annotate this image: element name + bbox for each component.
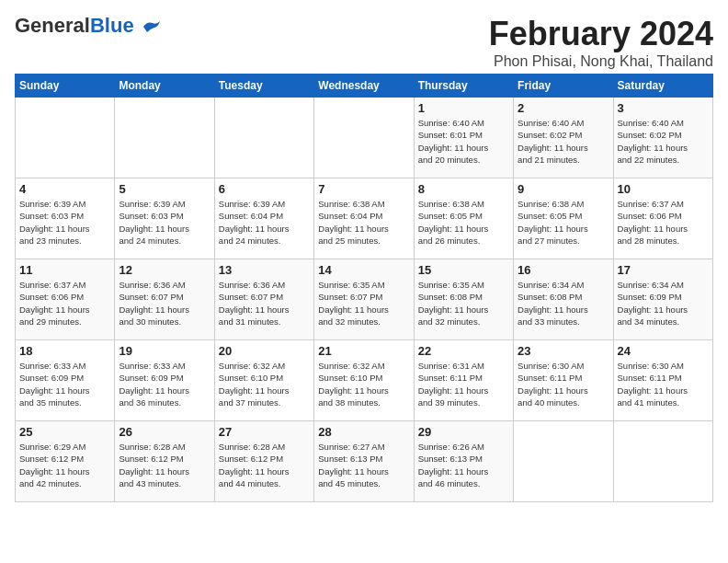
day-info: Sunrise: 6:40 AM Sunset: 6:01 PM Dayligh… [418, 117, 509, 166]
day-number: 11 [19, 263, 110, 277]
calendar-week-row: 4Sunrise: 6:39 AM Sunset: 6:03 PM Daylig… [16, 178, 713, 259]
calendar-cell: 24Sunrise: 6:30 AM Sunset: 6:11 PM Dayli… [613, 340, 712, 421]
day-number: 2 [518, 101, 609, 115]
calendar-cell: 28Sunrise: 6:27 AM Sunset: 6:13 PM Dayli… [314, 421, 414, 502]
day-info: Sunrise: 6:33 AM Sunset: 6:09 PM Dayligh… [19, 360, 110, 408]
day-number: 15 [418, 263, 509, 277]
day-info: Sunrise: 6:32 AM Sunset: 6:10 PM Dayligh… [219, 360, 310, 408]
calendar-cell: 14Sunrise: 6:35 AM Sunset: 6:07 PM Dayli… [314, 259, 414, 340]
day-info: Sunrise: 6:40 AM Sunset: 6:02 PM Dayligh… [618, 117, 709, 166]
day-number: 23 [518, 344, 609, 358]
day-number: 20 [219, 344, 310, 358]
calendar-week-row: 25Sunrise: 6:29 AM Sunset: 6:12 PM Dayli… [16, 421, 713, 502]
calendar-cell: 9Sunrise: 6:38 AM Sunset: 6:05 PM Daylig… [514, 178, 613, 259]
calendar-cell [115, 98, 214, 178]
logo-general: General [15, 14, 90, 37]
day-header-friday: Friday [514, 75, 613, 98]
calendar-cell [214, 98, 313, 178]
day-info: Sunrise: 6:29 AM Sunset: 6:12 PM Dayligh… [19, 441, 110, 489]
page-header: GeneralBlue February 2024 Phon Phisai, N… [15, 15, 713, 70]
day-number: 27 [219, 425, 310, 439]
day-number: 29 [418, 425, 509, 439]
day-info: Sunrise: 6:33 AM Sunset: 6:09 PM Dayligh… [119, 360, 210, 408]
day-number: 10 [618, 182, 709, 196]
calendar-cell: 18Sunrise: 6:33 AM Sunset: 6:09 PM Dayli… [16, 340, 115, 421]
day-info: Sunrise: 6:32 AM Sunset: 6:10 PM Dayligh… [318, 360, 409, 408]
month-title: February 2024 [489, 15, 713, 53]
day-info: Sunrise: 6:36 AM Sunset: 6:07 PM Dayligh… [119, 279, 210, 327]
day-info: Sunrise: 6:34 AM Sunset: 6:08 PM Dayligh… [518, 279, 609, 327]
calendar-cell: 2Sunrise: 6:40 AM Sunset: 6:02 PM Daylig… [514, 98, 613, 178]
day-number: 9 [518, 182, 609, 196]
location-title: Phon Phisai, Nong Khai, Thailand [489, 53, 713, 70]
day-info: Sunrise: 6:38 AM Sunset: 6:04 PM Dayligh… [318, 198, 409, 247]
calendar-cell: 1Sunrise: 6:40 AM Sunset: 6:01 PM Daylig… [414, 98, 513, 178]
calendar-cell: 27Sunrise: 6:28 AM Sunset: 6:12 PM Dayli… [214, 421, 313, 502]
day-header-sunday: Sunday [16, 75, 115, 98]
calendar-week-row: 1Sunrise: 6:40 AM Sunset: 6:01 PM Daylig… [16, 98, 713, 178]
logo: GeneralBlue [15, 15, 162, 37]
calendar-cell: 26Sunrise: 6:28 AM Sunset: 6:12 PM Dayli… [115, 421, 214, 502]
day-number: 22 [418, 344, 509, 358]
day-number: 13 [219, 263, 310, 277]
day-number: 21 [318, 344, 409, 358]
day-info: Sunrise: 6:38 AM Sunset: 6:05 PM Dayligh… [418, 198, 509, 247]
calendar-week-row: 11Sunrise: 6:37 AM Sunset: 6:06 PM Dayli… [16, 259, 713, 340]
day-number: 14 [318, 263, 409, 277]
day-info: Sunrise: 6:39 AM Sunset: 6:03 PM Dayligh… [19, 198, 110, 247]
day-number: 1 [418, 101, 509, 115]
calendar-cell: 16Sunrise: 6:34 AM Sunset: 6:08 PM Dayli… [514, 259, 613, 340]
day-number: 5 [119, 182, 210, 196]
calendar-cell: 21Sunrise: 6:32 AM Sunset: 6:10 PM Dayli… [314, 340, 414, 421]
day-info: Sunrise: 6:38 AM Sunset: 6:05 PM Dayligh… [518, 198, 609, 247]
day-info: Sunrise: 6:40 AM Sunset: 6:02 PM Dayligh… [518, 117, 609, 166]
day-number: 7 [318, 182, 409, 196]
logo-blue-text: Blue [90, 14, 134, 37]
day-header-wednesday: Wednesday [314, 75, 414, 98]
calendar-cell [613, 421, 712, 502]
calendar-cell [314, 98, 414, 178]
calendar-cell: 11Sunrise: 6:37 AM Sunset: 6:06 PM Dayli… [16, 259, 115, 340]
calendar-header-row: SundayMondayTuesdayWednesdayThursdayFrid… [16, 75, 713, 98]
calendar-cell: 4Sunrise: 6:39 AM Sunset: 6:03 PM Daylig… [16, 178, 115, 259]
day-info: Sunrise: 6:30 AM Sunset: 6:11 PM Dayligh… [518, 360, 609, 408]
calendar-cell: 20Sunrise: 6:32 AM Sunset: 6:10 PM Dayli… [214, 340, 313, 421]
calendar-cell: 17Sunrise: 6:34 AM Sunset: 6:09 PM Dayli… [613, 259, 712, 340]
day-info: Sunrise: 6:35 AM Sunset: 6:08 PM Dayligh… [418, 279, 509, 327]
title-area: February 2024 Phon Phisai, Nong Khai, Th… [489, 15, 713, 70]
calendar-cell: 29Sunrise: 6:26 AM Sunset: 6:13 PM Dayli… [414, 421, 513, 502]
calendar-cell: 3Sunrise: 6:40 AM Sunset: 6:02 PM Daylig… [613, 98, 712, 178]
day-info: Sunrise: 6:35 AM Sunset: 6:07 PM Dayligh… [318, 279, 409, 327]
day-header-thursday: Thursday [414, 75, 513, 98]
day-number: 18 [19, 344, 110, 358]
day-number: 12 [119, 263, 210, 277]
day-number: 4 [19, 182, 110, 196]
day-number: 25 [19, 425, 110, 439]
day-info: Sunrise: 6:30 AM Sunset: 6:11 PM Dayligh… [618, 360, 709, 408]
day-number: 16 [518, 263, 609, 277]
day-info: Sunrise: 6:36 AM Sunset: 6:07 PM Dayligh… [219, 279, 310, 327]
day-number: 8 [418, 182, 509, 196]
calendar-cell: 8Sunrise: 6:38 AM Sunset: 6:05 PM Daylig… [414, 178, 513, 259]
calendar-cell: 15Sunrise: 6:35 AM Sunset: 6:08 PM Dayli… [414, 259, 513, 340]
calendar-cell: 12Sunrise: 6:36 AM Sunset: 6:07 PM Dayli… [115, 259, 214, 340]
calendar-cell: 25Sunrise: 6:29 AM Sunset: 6:12 PM Dayli… [16, 421, 115, 502]
day-number: 28 [318, 425, 409, 439]
calendar-cell [514, 421, 613, 502]
day-info: Sunrise: 6:37 AM Sunset: 6:06 PM Dayligh… [618, 198, 709, 247]
day-number: 24 [618, 344, 709, 358]
day-info: Sunrise: 6:28 AM Sunset: 6:12 PM Dayligh… [219, 441, 310, 489]
calendar-table: SundayMondayTuesdayWednesdayThursdayFrid… [15, 74, 713, 502]
calendar-cell: 22Sunrise: 6:31 AM Sunset: 6:11 PM Dayli… [414, 340, 513, 421]
day-info: Sunrise: 6:34 AM Sunset: 6:09 PM Dayligh… [618, 279, 709, 327]
calendar-cell: 13Sunrise: 6:36 AM Sunset: 6:07 PM Dayli… [214, 259, 313, 340]
day-info: Sunrise: 6:31 AM Sunset: 6:11 PM Dayligh… [418, 360, 509, 408]
day-number: 3 [618, 101, 709, 115]
logo-bird-icon [142, 19, 162, 34]
calendar-cell: 7Sunrise: 6:38 AM Sunset: 6:04 PM Daylig… [314, 178, 414, 259]
day-header-tuesday: Tuesday [214, 75, 313, 98]
calendar-week-row: 18Sunrise: 6:33 AM Sunset: 6:09 PM Dayli… [16, 340, 713, 421]
day-number: 19 [119, 344, 210, 358]
calendar-cell: 19Sunrise: 6:33 AM Sunset: 6:09 PM Dayli… [115, 340, 214, 421]
calendar-cell: 5Sunrise: 6:39 AM Sunset: 6:03 PM Daylig… [115, 178, 214, 259]
